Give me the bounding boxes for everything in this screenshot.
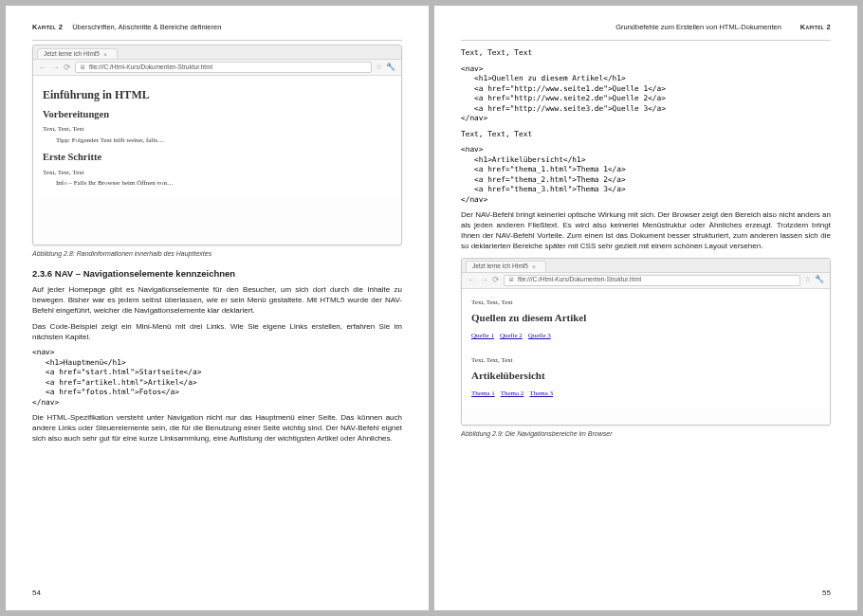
code-listing: <nav> <h1>Hauptmenü</h1> <a href="start.… (32, 348, 402, 408)
link-row: Quelle 1 Quelle 2 Quelle 3 (471, 331, 820, 341)
page-h2: Vorbereitungen (43, 108, 392, 121)
toolbar-right-icons: ☆ 🔧 (804, 275, 824, 285)
page-h1: Einführung in HTML (43, 87, 392, 102)
figure-2-9-browser: Jetzt lerne ich Html5 × ← → ⟳ 🗎 file:///… (461, 258, 831, 426)
body-paragraph: Die HTML-Spezifikation versteht unter Na… (32, 413, 402, 444)
wrench-icon: 🔧 (386, 63, 395, 73)
browser-viewport: Einführung in HTML Vorbereitungen Text, … (33, 76, 401, 199)
url-text: file:///C:/Html-Kurs/Dokumenten-Struktur… (89, 63, 212, 72)
aside-info: Info – Falls Ihr Browser beim Öffnen von… (56, 179, 392, 188)
header-rule (32, 40, 402, 41)
close-icon: × (532, 263, 536, 271)
address-bar: 🗎 file:///C:/Html-Kurs/Dokumenten-Strukt… (75, 62, 372, 73)
nav-link[interactable]: Thema 3 (529, 390, 553, 397)
star-icon: ☆ (804, 275, 811, 285)
nav-heading: Artikelübersicht (471, 369, 820, 383)
header-title: Grundbefehle zum Erstellen von HTML-Doku… (615, 23, 781, 32)
code-listing: <nav> <h1>Quellen zu diesem Artikel</h1>… (461, 64, 831, 124)
browser-tab: Jetzt lerne ich Html5 × (466, 261, 546, 271)
page-number: 55 (822, 589, 831, 599)
code-text-placeholder: Text, Text, Text (461, 130, 831, 140)
tab-title: Jetzt lerne ich Html5 (44, 50, 100, 59)
nav-link[interactable]: Quelle 1 (471, 332, 494, 339)
chapter-label: Kapitel 2 (800, 23, 831, 32)
chapter-label: Kapitel 2 (32, 23, 63, 32)
figure-caption: Abbildung 2.8: Randinformationen innerha… (32, 249, 402, 258)
figure-2-8-browser: Jetzt lerne ich Html5 × ← → ⟳ 🗎 file:///… (32, 45, 402, 245)
close-icon: × (103, 50, 107, 59)
toolbar-right-icons: ☆ 🔧 (376, 63, 395, 73)
body-text: Text, Text, Text (43, 169, 392, 177)
book-spread: Kapitel 2 Überschriften, Abschnitte & Be… (0, 0, 863, 616)
forward-icon: → (51, 63, 60, 72)
running-header-left: Kapitel 2 Überschriften, Abschnitte & Be… (32, 23, 402, 32)
tab-title: Jetzt lerne ich Html5 (472, 263, 528, 271)
browser-toolbar: ← → ⟳ 🗎 file:///C:/Html-Kurs/Dokumenten-… (462, 273, 830, 289)
figure-caption: Abbildung 2.9: Die Navigationsbereiche i… (461, 429, 831, 438)
section-heading: 2.3.6 NAV – Navigationselemente kennzeic… (32, 268, 402, 281)
browser-tab: Jetzt lerne ich Html5 × (37, 48, 118, 59)
body-paragraph: Auf jeder Homepage gibt es Navigationsel… (32, 285, 402, 316)
code-text-placeholder: Text, Text, Text (461, 48, 831, 59)
browser-viewport: Text, Text, Text Quellen zu diesem Artik… (462, 289, 830, 408)
browser-toolbar: ← → ⟳ 🗎 file:///C:/Html-Kurs/Dokumenten-… (33, 60, 401, 76)
header-title: Überschriften, Abschnitte & Bereiche def… (72, 23, 221, 32)
nav-link[interactable]: Thema 1 (471, 390, 495, 397)
page-h2: Erste Schritte (43, 151, 392, 164)
page-left: Kapitel 2 Überschriften, Abschnitte & Be… (6, 6, 429, 610)
file-icon: 🗎 (80, 63, 86, 72)
url-text: file:///C:/Html-Kurs/Dokumenten-Struktur… (518, 276, 641, 284)
body-paragraph: Der NAV-Befehl bringt keinerlei optische… (461, 210, 831, 251)
nav-link[interactable]: Quelle 3 (528, 332, 551, 339)
page-number: 54 (32, 589, 41, 599)
browser-tabstrip: Jetzt lerne ich Html5 × (33, 45, 401, 60)
body-text: Text, Text, Text (471, 356, 820, 365)
body-text: Text, Text, Text (43, 125, 392, 134)
nav-link[interactable]: Quelle 2 (500, 332, 523, 339)
star-icon: ☆ (376, 63, 382, 73)
running-header-right: Grundbefehle zum Erstellen von HTML-Doku… (461, 23, 831, 32)
back-icon: ← (468, 276, 476, 284)
body-text: Text, Text, Text (471, 299, 820, 307)
code-listing: <nav> <h1>Artikelübersicht</h1> <a href=… (461, 145, 831, 205)
nav-heading: Quellen zu diesem Artikel (471, 311, 820, 325)
forward-icon: → (480, 276, 488, 284)
link-row: Thema 1 Thema 2 Thema 3 (471, 389, 820, 399)
address-bar: 🗎 file:///C:/Html-Kurs/Dokumenten-Strukt… (504, 275, 800, 286)
nav-link[interactable]: Thema 2 (501, 390, 524, 397)
reload-icon: ⟳ (64, 63, 71, 72)
back-icon: ← (39, 63, 47, 72)
wrench-icon: 🔧 (815, 275, 824, 285)
body-paragraph: Das Code-Beispiel zeigt ein Mini-Menü mi… (32, 322, 402, 343)
page-right: Grundbefehle zum Erstellen von HTML-Doku… (434, 6, 857, 610)
aside-tipp: Tipp: Folgender Text hilft weiter, falls… (56, 136, 392, 145)
reload-icon: ⟳ (492, 276, 500, 284)
header-rule (461, 40, 831, 41)
browser-tabstrip: Jetzt lerne ich Html5 × (462, 259, 830, 273)
file-icon: 🗎 (508, 276, 515, 284)
